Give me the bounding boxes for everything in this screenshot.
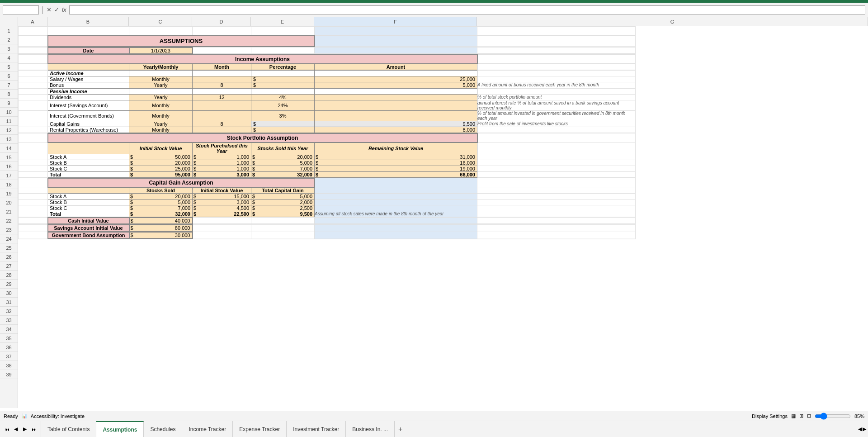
assumptions-title: ASSUMPTIONS (48, 36, 315, 47)
active-income-label: Active Income (48, 70, 129, 76)
bonus-amount[interactable]: 5,000 (315, 82, 477, 88)
name-box[interactable]: F67 (3, 5, 39, 14)
interest-savings-note: annual interest rate % of total amount s… (477, 100, 636, 110)
salary-amount[interactable]: 25,000 (315, 76, 477, 82)
bonus-freq[interactable]: Yearly (129, 82, 193, 88)
row-21: Initial Stock Value Stock Purchalsed thi… (19, 142, 636, 154)
formula-bar[interactable] (69, 5, 865, 14)
interest-bonds-pct[interactable]: 3% (251, 110, 315, 121)
sheet-content[interactable]: ASSUMPTIONS Date 1/1/2023 (18, 26, 868, 408)
col-header-month: Month (193, 64, 251, 70)
bonus-month[interactable]: 8 (193, 82, 251, 88)
dividends-pct[interactable]: 4% (251, 94, 315, 100)
stockc-label: Stock C (48, 166, 129, 171)
row-36: Savings Account Initial Value $80,000 (19, 225, 636, 231)
sheet-table: ASSUMPTIONS Date 1/1/2023 (18, 26, 636, 239)
rental-label: Rental Properties (Warehouse) (48, 127, 129, 133)
row-22: Stock A $50,000 $1,000 $20,000 $31,000 (19, 154, 636, 160)
stock-portfolio-title: Stock Portfolio Assumption (48, 133, 477, 142)
row-30: Stock B $5,000 $3,000 $2,000 (19, 199, 636, 205)
capital-gains-amount[interactable]: 9,500 (315, 121, 477, 127)
income-assumptions-title: Income Assumptions (48, 55, 477, 64)
cg-stockb-label: Stock B (48, 199, 129, 205)
row-24: Stock C $25,000 $1,000 $7,000 $19,000 (19, 166, 636, 171)
row-20: Stock Portfolio Assumption (19, 133, 636, 142)
capital-gains-label: Capital Gains (48, 121, 129, 127)
sp-total-label: Total (48, 171, 129, 177)
row-23: Stock B $20,000 $1,000 $5,000 $16,000 (19, 160, 636, 166)
col-header-d: D (192, 17, 251, 26)
interest-bonds-freq[interactable]: Monthly (129, 110, 193, 121)
cancel-icon[interactable]: ✕ (47, 6, 52, 13)
rental-amount[interactable]: 8,000 (315, 127, 477, 133)
sp-header-sold: Stocks Sold this Year (251, 142, 315, 154)
row-14: Dividends Yearly 12 4% % of total stock … (19, 94, 636, 100)
col-header-f: F (314, 17, 477, 26)
row-7: Yearly/Monthly Month Percentage Amount (19, 64, 636, 70)
ribbon-sep: | (42, 5, 44, 14)
row-38: Government Bond Assumption $30,000 (19, 232, 636, 238)
interest-savings-freq[interactable]: Monthly (129, 100, 193, 110)
cg-stocka-label: Stock A (48, 193, 129, 199)
capital-gains-note: Profit from the sale of investments like… (477, 121, 636, 127)
row-28: Stocks Sold Initial Stock Value Total Ca… (19, 187, 636, 194)
row-11: Bonus Yearly 8 $ 5,000 A fixed amount of… (19, 82, 636, 88)
rental-freq[interactable]: Monthly (129, 127, 193, 133)
dividends-month[interactable]: 12 (193, 94, 251, 100)
dividends-freq[interactable]: Yearly (129, 94, 193, 100)
cg-header-gain: Total Capital Gain (251, 187, 315, 194)
date-value[interactable]: 1/1/2023 (129, 48, 193, 54)
row-25: Total $95,000 $3,000 $32,000 $66,000 (19, 171, 636, 177)
col-header-a: A (18, 17, 47, 26)
bonus-label: Bonus (48, 82, 129, 88)
row-10: Salary / Wages Monthly $ 25,000 (19, 76, 636, 82)
row-34: Cash Initial Value $40,000 (19, 218, 636, 224)
row-13: Passive Income (19, 88, 636, 94)
col-header-row: A B C D E F G (0, 17, 868, 26)
cg-note: Assuming all stock sales were made in th… (315, 211, 477, 217)
row-29: Stock A $20,000 $15,000 $5,000 (19, 193, 636, 199)
cg-header-sold: Stocks Sold (129, 187, 193, 194)
cg-stockc-label: Stock C (48, 205, 129, 211)
capital-gains-freq[interactable]: Yearly (129, 121, 193, 127)
interest-bonds-label: Interest (Government Bonds) (48, 110, 129, 121)
confirm-icon[interactable]: ✓ (54, 6, 59, 13)
row-15: Interest (Savings Account) Monthly 24% a… (19, 100, 636, 110)
col-header-g: G (477, 17, 868, 26)
row-9: Active Income (19, 70, 636, 76)
dividends-note: % of total stock portfolio amount (477, 94, 636, 100)
dividends-label: Dividends (48, 94, 129, 100)
stocka-label: Stock A (48, 154, 129, 160)
stockb-label: Stock B (48, 160, 129, 166)
sp-header-rem: Remaining Stock Value (315, 142, 477, 154)
savings-initial-label: Savings Account Initial Value (48, 225, 129, 231)
salary-freq[interactable]: Monthly (129, 76, 193, 82)
passive-income-label: Passive Income (48, 88, 129, 94)
col-header-yearly: Yearly/Monthly (129, 64, 193, 70)
interest-bonds-note: % of total amount invested in government… (477, 110, 636, 121)
capital-gains-month[interactable]: 8 (193, 121, 251, 127)
salary-label: Salary / Wages (48, 76, 129, 82)
formula-icon[interactable]: fx (62, 6, 66, 13)
row-17: Capital Gains Yearly 8 $ 9,500 Profit fr… (19, 121, 636, 127)
col-header-c: C (129, 17, 192, 26)
date-label: Date (48, 48, 129, 54)
bonus-note: A fixed amount of bonus received each ye… (477, 82, 636, 88)
cg-total-label: Total (48, 211, 129, 217)
cg-header-init: Initial Stock Value (193, 187, 251, 194)
row-1 (19, 27, 636, 36)
row-4: Date 1/1/2023 (19, 48, 636, 54)
sp-header-purch: Stock Purchalsed this Year (193, 142, 251, 154)
cash-initial-label: Cash Initial Value (48, 218, 129, 224)
row-numbers: 1 2 3 4 5 6 7 8 9 10 11 12 13 14 15 16 1… (0, 26, 18, 408)
interest-savings-pct[interactable]: 24% (251, 100, 315, 110)
row-18: Rental Properties (Warehouse) Monthly $ … (19, 127, 636, 133)
col-header-amount: Amount (315, 64, 477, 70)
ribbon: F67 | ✕ ✓ fx (0, 3, 868, 17)
row-2: ASSUMPTIONS (19, 36, 636, 47)
row-16: Interest (Government Bonds) Monthly 3% %… (19, 110, 636, 121)
row-6: Income Assumptions (19, 55, 636, 64)
interest-savings-label: Interest (Savings Account) (48, 100, 129, 110)
col-header-e: E (251, 17, 314, 26)
gov-bond-label: Government Bond Assumption (48, 232, 129, 238)
